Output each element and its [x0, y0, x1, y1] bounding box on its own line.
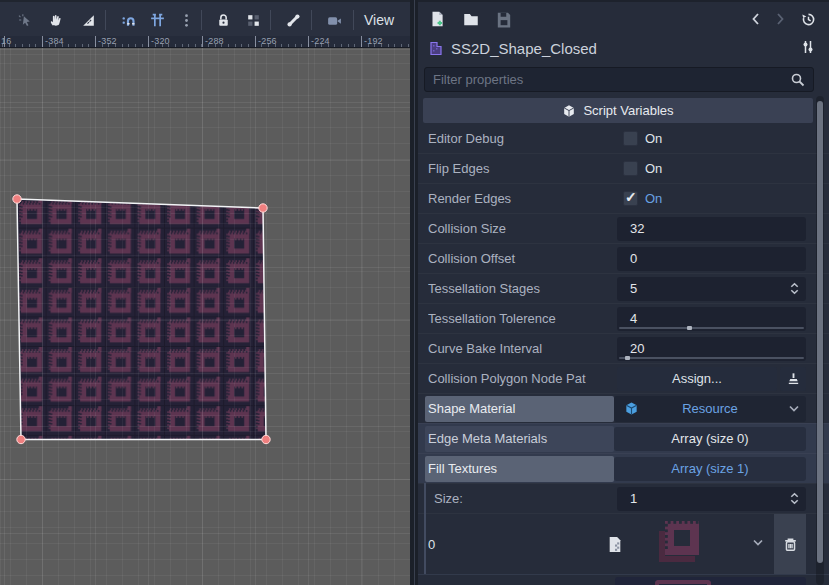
object-icon: [428, 40, 444, 56]
load-resource-icon[interactable]: [461, 9, 481, 29]
resource-label: Resource: [614, 401, 806, 416]
ruler-tool-icon[interactable]: [78, 10, 98, 30]
property-label: Size:: [428, 491, 617, 506]
filter-row: Filter properties: [418, 62, 829, 98]
view-menu-button[interactable]: View: [358, 8, 400, 32]
checkbox[interactable]: [623, 161, 638, 176]
object-tools-icon[interactable]: [800, 39, 816, 55]
new-resource-icon[interactable]: [427, 9, 447, 29]
property-label: Curve Bake Interval: [428, 341, 617, 356]
tessellation-tolerence-slider[interactable]: 4: [617, 307, 806, 331]
resource-picker[interactable]: Resource: [614, 396, 806, 422]
lock-icon[interactable]: [213, 10, 233, 30]
selection-tool-icon[interactable]: [15, 10, 35, 30]
array-size-field[interactable]: 1: [617, 487, 806, 511]
checkbox-caption: On: [645, 131, 662, 146]
canvas-pane: View 16 -384 -352 -320 -288 -256 -224 -1…: [0, 0, 410, 585]
toolbar-separator: [353, 10, 354, 30]
horizontal-ruler: 16 -384 -352 -320 -288 -256 -224 -192: [0, 36, 410, 48]
inspector-scrollbar[interactable]: [816, 96, 824, 585]
chevron-down-icon[interactable]: [788, 404, 800, 414]
checkbox-caption: On: [645, 191, 662, 206]
slider-track[interactable]: [619, 357, 804, 359]
filter-properties-input[interactable]: Filter properties: [424, 67, 814, 92]
property-row-flip-edges: Flip Edges On: [418, 153, 829, 183]
property-row-array-size: Size: 1: [418, 483, 829, 513]
updown-icon[interactable]: [787, 491, 802, 506]
shape-gizmo: [0, 48, 410, 585]
chevron-down-icon[interactable]: [752, 538, 764, 548]
edge-meta-materials-array-button[interactable]: Array (size 0): [614, 427, 806, 451]
field-value: 32: [630, 221, 644, 236]
ruler-label: -320: [151, 36, 170, 46]
pan-tool-icon[interactable]: [46, 10, 66, 30]
group-icon[interactable]: [243, 10, 263, 30]
tessellation-stages-field[interactable]: 5: [617, 277, 806, 301]
save-resource-icon[interactable]: [494, 9, 514, 29]
checkbox[interactable]: [623, 131, 638, 146]
snap-options-icon[interactable]: [147, 10, 167, 30]
toolbar-separator: [270, 10, 271, 30]
history-back-icon[interactable]: [746, 9, 766, 29]
more-options-icon[interactable]: [176, 10, 196, 30]
slider-grabber[interactable]: [687, 326, 692, 330]
object-title: SS2D_Shape_Closed: [451, 40, 597, 57]
field-value: 4: [630, 311, 637, 326]
ruler-label: -288: [205, 36, 224, 46]
image-icon: [608, 536, 622, 553]
ruler-label: -384: [45, 36, 64, 46]
texture-preview[interactable]: [653, 517, 711, 572]
checkbox-checked[interactable]: [623, 191, 638, 206]
property-label-highlighted: Fill Textures: [425, 456, 614, 482]
array-item-row-0: 0: [418, 513, 829, 574]
property-row-edge-meta-materials: Edge Meta Materials Array (size 0): [418, 423, 829, 453]
property-label: Tessellation Stages: [428, 281, 617, 296]
pane-splitter[interactable]: [410, 0, 418, 585]
array-label: Array (size 0): [671, 431, 748, 446]
history-forward-icon[interactable]: [770, 9, 790, 29]
snap-toggle-icon[interactable]: [118, 10, 138, 30]
field-value: 5: [630, 281, 637, 296]
array-label: Array (size 1): [671, 461, 748, 476]
field-value: 20: [630, 341, 644, 356]
curve-bake-interval-slider[interactable]: 20: [617, 337, 806, 361]
slider-grabber[interactable]: [625, 356, 630, 360]
collision-offset-field[interactable]: 0: [617, 247, 806, 271]
toolbar-separator: [201, 10, 202, 30]
category-label: Script Variables: [583, 103, 673, 118]
slider-track[interactable]: [619, 327, 804, 329]
assign-button[interactable]: Assign...: [617, 367, 777, 391]
history-icon[interactable]: [798, 9, 818, 29]
checkbox-caption: On: [645, 161, 662, 176]
pick-node-button[interactable]: [780, 367, 806, 391]
delete-item-button[interactable]: [774, 514, 806, 575]
property-row-collision-size: Collision Size 32: [418, 213, 829, 243]
inspected-object-row: SS2D_Shape_Closed: [418, 34, 829, 62]
property-label: Editor Debug: [428, 131, 617, 146]
next-field-partial: [615, 577, 806, 585]
property-row-editor-debug: Editor Debug On: [418, 123, 829, 153]
property-label: Collision Size: [428, 221, 617, 236]
property-label: Tessellation Tolerence: [428, 311, 617, 326]
field-value: 0: [630, 251, 637, 266]
property-label: Collision Polygon Node Pat: [428, 371, 617, 386]
viewport[interactable]: [0, 48, 410, 585]
scrollbar-thumb[interactable]: [817, 101, 823, 563]
fill-textures-array-button[interactable]: Array (size 1): [614, 457, 806, 481]
property-row-collision-offset: Collision Offset 0: [418, 243, 829, 273]
property-row-tessellation-stages: Tessellation Stages 5: [418, 273, 829, 303]
trash-icon: [782, 536, 799, 553]
camera-preview-icon[interactable]: [324, 10, 344, 30]
ruler-label: -192: [364, 36, 383, 46]
property-row-render-edges: Render Edges On: [418, 183, 829, 213]
next-row-partial: [418, 574, 829, 585]
search-icon: [790, 72, 806, 88]
collision-size-field[interactable]: 32: [617, 217, 806, 241]
cube-icon: [562, 104, 576, 118]
canvas-toolbar: View: [0, 0, 410, 36]
category-script-variables[interactable]: Script Variables: [423, 98, 813, 123]
updown-icon[interactable]: [787, 281, 802, 296]
bone-icon[interactable]: [283, 10, 303, 30]
property-label-highlighted: Shape Material: [425, 396, 614, 422]
filter-placeholder: Filter properties: [433, 72, 523, 87]
